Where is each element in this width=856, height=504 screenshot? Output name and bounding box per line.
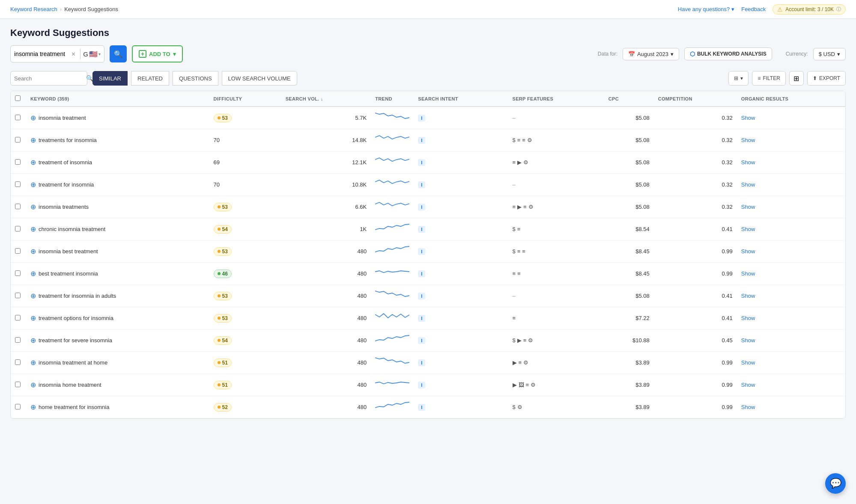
search-vol-col-header[interactable]: SEARCH VOL. (281, 91, 371, 107)
show-results-link[interactable]: Show (741, 404, 755, 410)
clear-icon[interactable]: ✕ (71, 51, 76, 57)
row-checkbox[interactable] (15, 337, 21, 343)
row-checkbox[interactable] (15, 382, 21, 387)
add-keyword-icon[interactable]: ⊕ (30, 158, 36, 166)
feedback-button[interactable]: Feedback (741, 6, 766, 12)
add-to-button[interactable]: + ADD TO ▾ (132, 45, 183, 62)
keyword-text: best treatment insomnia (39, 270, 98, 277)
keyword-text: treatment options for insomnia (39, 315, 113, 321)
intent-badge: I (418, 204, 425, 210)
add-keyword-icon[interactable]: ⊕ (30, 247, 36, 255)
keyword-cell: ⊕ insomnia treatment at home (26, 352, 209, 374)
row-checkbox[interactable] (15, 359, 21, 365)
data-for-label: Data for: (598, 51, 617, 57)
row-checkbox[interactable] (15, 226, 21, 231)
have-questions-link[interactable]: Have any questions? ▾ (678, 6, 734, 12)
select-all-checkbox[interactable] (15, 95, 21, 101)
cpc-cell: $5.08 (604, 196, 654, 218)
search-vol-cell: 12.1K (281, 151, 371, 174)
export-button[interactable]: ⬆ EXPORT (807, 71, 846, 86)
add-keyword-icon[interactable]: ⊕ (30, 359, 36, 367)
cpc-cell: $8.45 (604, 240, 654, 263)
info-icon: ⓘ (836, 6, 841, 12)
show-results-link[interactable]: Show (741, 137, 755, 143)
currency-picker-button[interactable]: $ USD ▾ (813, 48, 846, 60)
add-keyword-icon[interactable]: ⊕ (30, 403, 36, 411)
row-checkbox[interactable] (15, 204, 21, 209)
filter-right: ⊞ ▾ ≡ FILTER ⊞ ⬆ EXPORT (728, 71, 846, 86)
row-checkbox[interactable] (15, 270, 21, 276)
add-keyword-icon[interactable]: ⊕ (30, 381, 36, 389)
difficulty-cell: 51 (209, 374, 281, 396)
row-checkbox-cell (11, 151, 26, 174)
show-results-link[interactable]: Show (741, 226, 755, 232)
show-results-link[interactable]: Show (741, 270, 755, 277)
row-checkbox-cell (11, 396, 26, 418)
row-checkbox[interactable] (15, 115, 21, 120)
row-checkbox[interactable] (15, 404, 21, 409)
show-results-link[interactable]: Show (741, 315, 755, 321)
add-keyword-icon[interactable]: ⊕ (30, 203, 36, 211)
columns-button[interactable]: ⊞ ▾ (728, 71, 749, 86)
keyword-text: treatments for insomnia (39, 137, 97, 143)
organic-results-cell: Show (737, 129, 845, 151)
search-button[interactable]: 🔍 (110, 45, 127, 62)
keyword-search-input[interactable] (14, 50, 71, 57)
intent-cell: I (414, 396, 508, 418)
show-results-link[interactable]: Show (741, 159, 755, 166)
show-results-link[interactable]: Show (741, 359, 755, 366)
row-checkbox-cell (11, 174, 26, 196)
tab-search-input[interactable] (14, 75, 86, 82)
filter-button[interactable]: ≡ FILTER (752, 71, 785, 86)
show-results-link[interactable]: Show (741, 248, 755, 255)
serp-features-cell: $≡ (508, 218, 604, 240)
trend-cell (371, 374, 414, 396)
show-results-link[interactable]: Show (741, 204, 755, 210)
keyword-cell: ⊕ insomnia best treatment (26, 240, 209, 263)
show-results-link[interactable]: Show (741, 293, 755, 299)
add-keyword-icon[interactable]: ⊕ (30, 292, 36, 300)
row-checkbox[interactable] (15, 181, 21, 187)
keyword-cell: ⊕ treatments for insomnia (26, 129, 209, 151)
tab-similar[interactable]: SIMILAR (92, 71, 128, 86)
add-keyword-icon[interactable]: ⊕ (30, 270, 36, 278)
intent-cell: I (414, 307, 508, 329)
columns-chevron-icon: ▾ (740, 75, 743, 81)
add-keyword-icon[interactable]: ⊕ (30, 225, 36, 233)
add-keyword-icon[interactable]: ⊕ (30, 114, 36, 122)
show-results-link[interactable]: Show (741, 382, 755, 388)
intent-cell: I (414, 374, 508, 396)
row-checkbox[interactable] (15, 137, 21, 142)
row-checkbox[interactable] (15, 248, 21, 254)
serp-icon: ≡ (522, 248, 525, 255)
add-keyword-icon[interactable]: ⊕ (30, 314, 36, 322)
date-picker-button[interactable]: 📅 August 2023 ▾ (623, 48, 679, 60)
intent-badge: I (418, 270, 425, 277)
row-checkbox[interactable] (15, 315, 21, 320)
tab-low-search-volume[interactable]: LOW SEARCH VOLUME (222, 71, 297, 86)
keyword-text: treatment for insomnia (39, 181, 94, 188)
serp-icon: ⚙ (517, 404, 522, 410)
organic-results-col-header: ORGANIC RESULTS (737, 91, 845, 107)
add-keyword-icon[interactable]: ⊕ (30, 136, 36, 144)
organic-results-cell: Show (737, 263, 845, 285)
keyword-cell: ⊕ treatment for insomnia (26, 174, 209, 196)
row-checkbox[interactable] (15, 159, 21, 165)
flag-dropdown-icon[interactable]: ▾ (98, 52, 101, 56)
show-results-link[interactable]: Show (741, 181, 755, 188)
row-checkbox[interactable] (15, 293, 21, 298)
breadcrumb-keyword-research[interactable]: Keyword Research (10, 6, 57, 12)
show-results-link[interactable]: Show (741, 115, 755, 121)
add-keyword-icon[interactable]: ⊕ (30, 181, 36, 189)
keyword-text: insomnia treatment (39, 115, 86, 121)
serp-features-cell: ≡▶≡⚙ (508, 196, 604, 218)
filter-row: 🔍 SIMILAR RELATED QUESTIONS LOW SEARCH V… (10, 71, 846, 86)
layout-button[interactable]: ⊞ (789, 71, 804, 86)
difficulty-badge: 53 (214, 292, 232, 300)
tab-questions[interactable]: QUESTIONS (173, 71, 218, 86)
tab-related[interactable]: RELATED (131, 71, 169, 86)
serp-icon: ▶ (517, 159, 522, 166)
bulk-keyword-analysis-button[interactable]: ⬡ BULK KEYWORD ANALYSIS (684, 47, 772, 60)
add-keyword-icon[interactable]: ⊕ (30, 336, 36, 344)
show-results-link[interactable]: Show (741, 337, 755, 344)
